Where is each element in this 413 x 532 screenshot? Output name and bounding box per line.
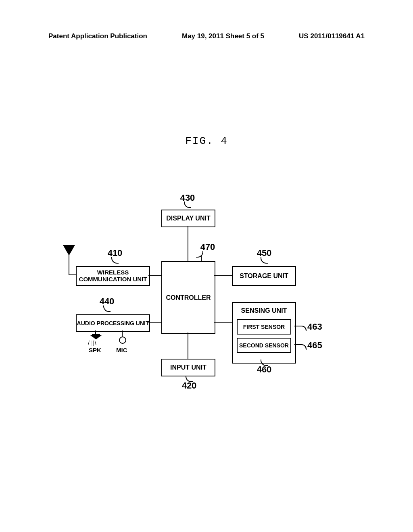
leader-410 [111,257,119,264]
line-display-controller [188,226,188,261]
figure-title: FIG. 4 [0,135,413,147]
line-audio-controller [148,322,161,323]
mic-label: MIC [116,347,127,353]
ref-463-curve [301,326,307,331]
line-controller-sensing [214,322,232,323]
ref-465-curve [301,344,307,350]
wireless-unit-box: WIRELESS COMMUNICATION UNIT [76,266,150,286]
display-unit-label: DISPLAY UNIT [166,215,210,222]
leader-470-line [201,256,202,261]
ref-463: 463 [307,322,322,332]
audio-unit-label: AUDIO PROCESSING UNIT [77,320,149,326]
controller-label: CONTROLLER [166,294,211,301]
display-unit-box: DISPLAY UNIT [161,210,215,227]
leader-440 [103,305,111,312]
input-unit-label: INPUT UNIT [170,364,206,371]
sensing-unit-label: SENSING UNIT [233,307,295,314]
leader-470 [196,251,203,258]
audio-unit-box: AUDIO PROCESSING UNIT [76,314,150,332]
spk-label: SPK [89,347,101,353]
storage-unit-label: STORAGE UNIT [240,272,288,280]
wireless-unit-label: WIRELESS COMMUNICATION UNIT [77,269,149,283]
second-sensor-box: SECOND SENSOR [237,338,291,353]
ref-465: 465 [307,340,322,351]
header-right: US 2011/0119641 A1 [299,32,365,40]
ref-420: 420 [179,380,199,391]
storage-unit-box: STORAGE UNIT [232,266,296,286]
line-wireless-controller [148,275,161,276]
leader-430 [184,202,191,208]
leader-450 [261,257,268,264]
first-sensor-box: FIRST SENSOR [237,319,291,335]
header-center: May 19, 2011 Sheet 5 of 5 [182,32,264,40]
second-sensor-label: SECOND SENSOR [239,342,289,349]
ref-460: 460 [254,364,274,375]
controller-box: CONTROLLER [161,261,215,334]
page-header: Patent Application Publication May 19, 2… [0,32,413,40]
first-sensor-label: FIRST SENSOR [243,324,285,330]
line-controller-input [188,332,188,359]
line-controller-storage [214,275,232,276]
input-unit-box: INPUT UNIT [161,359,215,376]
header-left: Patent Application Publication [48,32,147,40]
